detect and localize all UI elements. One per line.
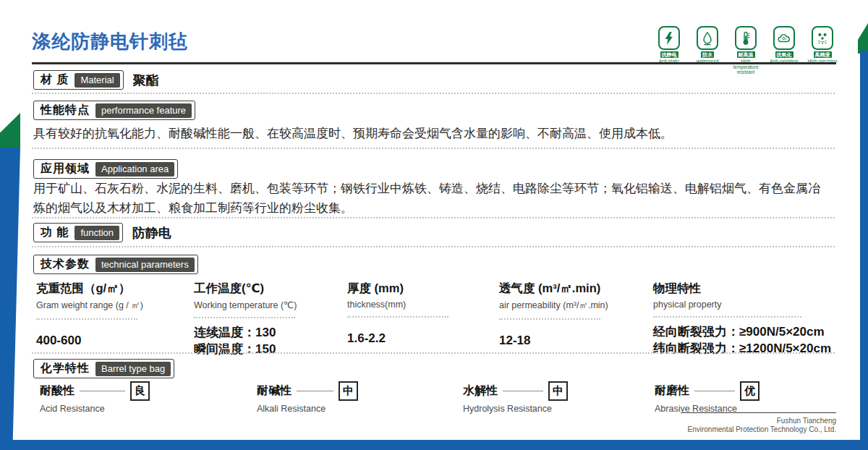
right-green-accent	[858, 23, 868, 54]
badge-anti-static: 抗静电 Anti-static	[652, 26, 686, 75]
badge-zh-label: 抗静电	[660, 51, 678, 58]
param-en: air permeability (m³/㎡.min)	[499, 300, 640, 312]
footer-company-line2: Environmental Protection Technology Co.,…	[681, 425, 836, 434]
badge-high-precision: 高精度 High precision	[806, 26, 839, 75]
section-label-performance: 性能特点 performance feature	[33, 101, 195, 120]
chem-alkali-resistance: 耐碱性 中 Alkali Resistance	[257, 381, 358, 414]
chem-en: Alkali Resistance	[257, 404, 358, 414]
dotted-divider	[32, 148, 835, 149]
param-zh: 厚度 (mm)	[347, 281, 477, 297]
section-label-function: 功 能 function	[33, 223, 123, 242]
param-value: 连续温度：130	[194, 324, 339, 341]
param-thickness: 厚度 (mm) thickness(mm) 1.6-2.2	[347, 281, 477, 347]
param-en: thickness(mm)	[347, 300, 477, 310]
footer-company-line1: Fushun Tiancheng	[681, 417, 836, 425]
section-zh: 材 质	[41, 72, 69, 88]
param-en: physical property	[653, 300, 856, 310]
param-divider	[499, 318, 600, 320]
chem-connector	[80, 391, 125, 391]
chem-hydrolysis-resistance: 水解性 中 Hydrolysis Resistance	[463, 381, 568, 414]
param-value: 纬向断裂强力：≥1200N/5×20cm	[653, 340, 856, 357]
param-divider	[36, 318, 137, 320]
param-value: 12-18	[499, 332, 640, 349]
application-text: 用于矿山、石灰石粉、水泥的生料、磨机、包装等环节；钢铁行业中炼铁、铸造、烧结、电…	[33, 179, 825, 218]
dotted-divider	[32, 352, 835, 354]
badge-en-label: High temperature resistant	[729, 59, 762, 75]
chem-zh: 耐磨性	[655, 383, 689, 399]
param-value: 400-600	[36, 332, 184, 349]
dotted-divider	[32, 246, 835, 247]
chem-zh: 耐酸性	[40, 383, 75, 399]
section-zh: 性能特点	[41, 103, 90, 118]
precision-dots-icon	[812, 26, 833, 50]
param-gram-weight: 克重范围（g/㎡） Gram weight range (g / ㎡) 400-…	[36, 281, 184, 349]
param-divider	[653, 316, 801, 318]
chem-rating-badge: 中	[339, 381, 358, 401]
left-blue-stripe	[0, 148, 20, 450]
chem-rating-badge: 优	[740, 381, 760, 401]
section-label-chemical: 化学特性 Barrel type bag	[33, 359, 174, 378]
param-physical-property: 物理特性 physical property 经向断裂强力：≥900N/5×20…	[653, 281, 856, 357]
badge-waterproof: 防水 waterproof	[691, 26, 724, 75]
chem-rating-badge: 良	[130, 381, 150, 401]
chem-connector	[694, 391, 735, 391]
section-chemical: 化学特性 Barrel type bag	[33, 359, 174, 378]
material-value: 聚酯	[133, 72, 159, 89]
section-material: 材 质 Material 聚酯	[33, 70, 159, 90]
chem-en: Acid Resistance	[40, 404, 150, 414]
section-tech-params: 技术参数 technical parameters	[33, 255, 198, 274]
chem-zh: 水解性	[463, 383, 498, 399]
param-divider	[194, 317, 295, 318]
param-zh: 物理特性	[653, 281, 856, 297]
param-air-permeability: 透气度 (m³/㎡.min) air permeability (m³/㎡.mi…	[499, 281, 640, 349]
section-performance: 性能特点 performance feature	[33, 101, 195, 120]
section-en-tag: function	[75, 226, 119, 240]
chem-en: Hydrolysis Resistance	[463, 404, 568, 414]
chem-abrasive-resistance: 耐磨性 优 Abrasive Resistance	[655, 381, 760, 414]
param-zh: 工作温度(℃)	[194, 281, 339, 297]
param-zh: 克重范围（g/㎡）	[36, 281, 184, 297]
param-value: 瞬间温度：150	[194, 341, 339, 357]
param-value: 1.6-2.2	[347, 330, 477, 347]
section-application: 应用领域 Application area	[33, 159, 178, 179]
chem-rating-badge: 中	[548, 381, 568, 401]
dotted-divider	[32, 217, 835, 218]
left-green-accent	[0, 113, 20, 149]
section-zh: 化学特性	[41, 361, 90, 376]
feature-badges: 抗静电 Anti-static 防水 waterproof	[652, 26, 839, 75]
function-value: 防静电	[132, 224, 171, 242]
param-en: Working temperature (℃)	[194, 300, 339, 310]
section-zh: 技术参数	[41, 257, 90, 272]
page-title: 涤纶防静电针刺毡	[32, 29, 188, 54]
section-function: 功 能 function 防静电	[33, 223, 171, 242]
chem-zh: 耐碱性	[257, 383, 292, 399]
bottom-blue-bar	[0, 440, 868, 450]
section-zh: 应用领域	[41, 161, 90, 177]
badge-zh-label: 防水	[701, 51, 714, 58]
footer: Fushun Tiancheng Environmental Protectio…	[681, 412, 836, 434]
param-value: 经向断裂强力：≥900N/5×20cm	[653, 323, 856, 340]
section-label-tech: 技术参数 technical parameters	[33, 255, 198, 274]
dotted-divider	[32, 93, 835, 94]
badge-zh-label: 高精度	[814, 51, 832, 58]
badge-anti-oxidation: O₂ 抗氧化 Anti-oxidation	[767, 26, 801, 75]
section-en-tag: Application area	[95, 162, 174, 177]
title-divider	[32, 62, 836, 64]
param-zh: 透气度 (m³/㎡.min)	[499, 281, 640, 297]
section-label-material: 材 质 Material	[33, 70, 124, 90]
thermometer-icon	[735, 26, 757, 50]
section-en-tag: Material	[75, 73, 119, 88]
section-label-application: 应用领域 Application area	[33, 159, 178, 179]
section-zh: 功 能	[41, 225, 69, 240]
section-en-tag: Barrel type bag	[95, 362, 171, 376]
footer-divider	[681, 412, 836, 413]
badge-zh-label: 耐高温	[737, 51, 755, 58]
performance-text: 具有较好的抗氧化能力、耐酸碱性能一般、在较高温度时、预期寿命会受烟气含水量的影响…	[33, 124, 825, 143]
droplet-icon	[697, 26, 718, 50]
badge-zh-label: 抗氧化	[775, 51, 793, 58]
chem-acid-resistance: 耐酸性 良 Acid Resistance	[40, 381, 150, 414]
chem-connector	[503, 391, 543, 391]
badge-high-temperature: 耐高温 High temperature resistant	[729, 26, 762, 75]
param-en: Gram weight range (g / ㎡)	[36, 300, 184, 312]
lightning-icon	[658, 26, 680, 50]
